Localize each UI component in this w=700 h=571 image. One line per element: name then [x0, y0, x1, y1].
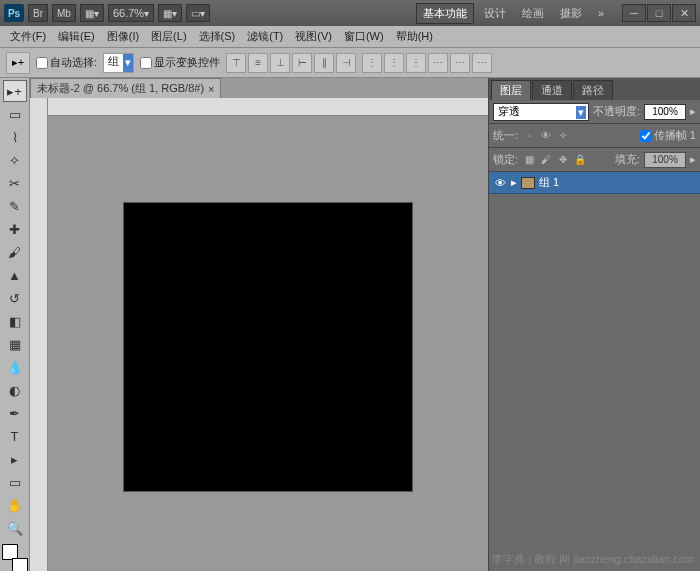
distribute-right-icon[interactable]: ⋯ [472, 53, 492, 73]
opacity-input[interactable] [644, 104, 686, 120]
menu-select[interactable]: 选择(S) [193, 27, 242, 46]
distribute-hcenter-icon[interactable]: ⋯ [450, 53, 470, 73]
magic-wand-tool[interactable]: ✧ [3, 149, 27, 171]
auto-select-dropdown[interactable]: 组 [103, 53, 134, 73]
distribute-top-icon[interactable]: ⋮ [362, 53, 382, 73]
lock-pixels-icon[interactable]: 🖌 [539, 153, 553, 167]
expand-arrow-icon[interactable]: ▸ [511, 176, 517, 189]
color-swatches[interactable] [2, 544, 28, 571]
type-tool[interactable]: T [3, 425, 27, 447]
maximize-button[interactable]: □ [647, 4, 671, 22]
workspace-design[interactable]: 设计 [478, 6, 512, 21]
marquee-tool[interactable]: ▭ [3, 103, 27, 125]
eyedropper-tool[interactable]: ✎ [3, 195, 27, 217]
pen-tool[interactable]: ✒ [3, 402, 27, 424]
background-swatch[interactable] [12, 558, 28, 571]
paths-tab[interactable]: 路径 [573, 80, 613, 100]
document-tab-row: 未标题-2 @ 66.7% (组 1, RGB/8#)× [30, 78, 488, 98]
dodge-tool[interactable]: ◐ [3, 379, 27, 401]
eraser-tool[interactable]: ◧ [3, 310, 27, 332]
lasso-tool[interactable]: ⌇ [3, 126, 27, 148]
zoom-tool[interactable]: 🔍 [3, 517, 27, 539]
toolbox: ▸+ ▭ ⌇ ✧ ✂ ✎ ✚ 🖌 ▲ ↺ ◧ ▦ 💧 ◐ ✒ T ▸ ▭ ✋ 🔍 [0, 78, 30, 571]
distribute-buttons: ⋮ ⋮ ⋮ ⋯ ⋯ ⋯ [362, 53, 492, 73]
hand-tool[interactable]: ✋ [3, 494, 27, 516]
channels-tab[interactable]: 通道 [532, 80, 572, 100]
unify-position-icon[interactable]: ▫ [522, 129, 536, 143]
gradient-tool[interactable]: ▦ [3, 333, 27, 355]
history-brush-tool[interactable]: ↺ [3, 287, 27, 309]
bridge-button[interactable]: Br [28, 4, 48, 22]
brush-tool[interactable]: 🖌 [3, 241, 27, 263]
workspace-selected[interactable]: 基本功能 [416, 3, 474, 24]
crop-tool[interactable]: ✂ [3, 172, 27, 194]
fill-label: 填充: [615, 152, 640, 167]
healing-brush-tool[interactable]: ✚ [3, 218, 27, 240]
blend-mode-dropdown[interactable]: 穿透 [493, 103, 589, 121]
minimize-button[interactable]: ─ [622, 4, 646, 22]
unify-visibility-icon[interactable]: 👁 [539, 129, 553, 143]
distribute-bottom-icon[interactable]: ⋮ [406, 53, 426, 73]
menu-help[interactable]: 帮助(H) [390, 27, 439, 46]
view-extras-button[interactable]: ▦▾ [80, 4, 104, 22]
align-top-icon[interactable]: ⊤ [226, 53, 246, 73]
close-button[interactable]: ✕ [672, 4, 696, 22]
align-left-icon[interactable]: ⊢ [292, 53, 312, 73]
menu-view[interactable]: 视图(V) [289, 27, 338, 46]
canvas-area[interactable] [48, 116, 488, 571]
align-vcenter-icon[interactable]: ≡ [248, 53, 268, 73]
close-tab-icon[interactable]: × [208, 83, 214, 95]
layers-tab[interactable]: 图层 [491, 80, 531, 100]
options-bar: ▸+ 自动选择: 组 显示变换控件 ⊤ ≡ ⊥ ⊢ ∥ ⊣ ⋮ ⋮ ⋮ ⋯ ⋯ … [0, 48, 700, 78]
clone-stamp-tool[interactable]: ▲ [3, 264, 27, 286]
fill-arrow-icon[interactable]: ▸ [690, 153, 696, 166]
layer-group-1[interactable]: 👁 ▸ 组 1 [489, 172, 700, 194]
menu-edit[interactable]: 编辑(E) [52, 27, 101, 46]
workspace-paint[interactable]: 绘画 [516, 6, 550, 21]
right-panel: 图层 通道 路径 穿透 不透明度: ▸ 统一: ▫ 👁 ✧ 传播帧 1 锁定: [488, 78, 700, 571]
arrange-documents-button[interactable]: ▦▾ [158, 4, 182, 22]
app-logo: Ps [4, 4, 24, 22]
menu-layer[interactable]: 图层(L) [145, 27, 192, 46]
canvas[interactable] [123, 202, 413, 492]
workspace-photo[interactable]: 摄影 [554, 6, 588, 21]
menu-filter[interactable]: 滤镜(T) [241, 27, 289, 46]
title-bar: Ps Br Mb ▦▾ 66.7% ▾ ▦▾ ▭▾ 基本功能 设计 绘画 摄影 … [0, 0, 700, 26]
distribute-left-icon[interactable]: ⋯ [428, 53, 448, 73]
unify-label: 统一: [493, 128, 518, 143]
fill-input[interactable] [644, 152, 686, 168]
document-tab[interactable]: 未标题-2 @ 66.7% (组 1, RGB/8#)× [30, 78, 221, 98]
propagate-frame-checkbox[interactable]: 传播帧 1 [640, 128, 696, 143]
unify-style-icon[interactable]: ✧ [556, 129, 570, 143]
folder-icon [521, 177, 535, 189]
align-buttons: ⊤ ≡ ⊥ ⊢ ∥ ⊣ [226, 53, 356, 73]
move-tool[interactable]: ▸+ [3, 80, 27, 102]
lock-position-icon[interactable]: ✥ [556, 153, 570, 167]
layer-list: 👁 ▸ 组 1 [489, 172, 700, 571]
panel-tabs: 图层 通道 路径 [489, 78, 700, 100]
lock-all-icon[interactable]: 🔒 [573, 153, 587, 167]
screen-mode-button[interactable]: ▭▾ [186, 4, 210, 22]
shape-tool[interactable]: ▭ [3, 471, 27, 493]
path-selection-tool[interactable]: ▸ [3, 448, 27, 470]
menu-image[interactable]: 图像(I) [101, 27, 145, 46]
show-transform-checkbox[interactable]: 显示变换控件 [140, 55, 220, 70]
auto-select-checkbox[interactable]: 自动选择: [36, 55, 97, 70]
align-hcenter-icon[interactable]: ∥ [314, 53, 334, 73]
align-bottom-icon[interactable]: ⊥ [270, 53, 290, 73]
workspace-more[interactable]: » [592, 7, 610, 19]
opacity-arrow-icon[interactable]: ▸ [690, 105, 696, 118]
visibility-icon[interactable]: 👁 [493, 176, 507, 190]
lock-transparent-icon[interactable]: ▦ [522, 153, 536, 167]
menu-file[interactable]: 文件(F) [4, 27, 52, 46]
align-right-icon[interactable]: ⊣ [336, 53, 356, 73]
blur-tool[interactable]: 💧 [3, 356, 27, 378]
zoom-display[interactable]: 66.7% ▾ [108, 4, 154, 22]
distribute-vcenter-icon[interactable]: ⋮ [384, 53, 404, 73]
horizontal-ruler[interactable] [48, 98, 488, 116]
move-tool-icon[interactable]: ▸+ [6, 52, 30, 74]
layer-name[interactable]: 组 1 [539, 175, 559, 190]
minibridge-button[interactable]: Mb [52, 4, 76, 22]
menu-window[interactable]: 窗口(W) [338, 27, 390, 46]
vertical-ruler[interactable] [30, 98, 48, 571]
